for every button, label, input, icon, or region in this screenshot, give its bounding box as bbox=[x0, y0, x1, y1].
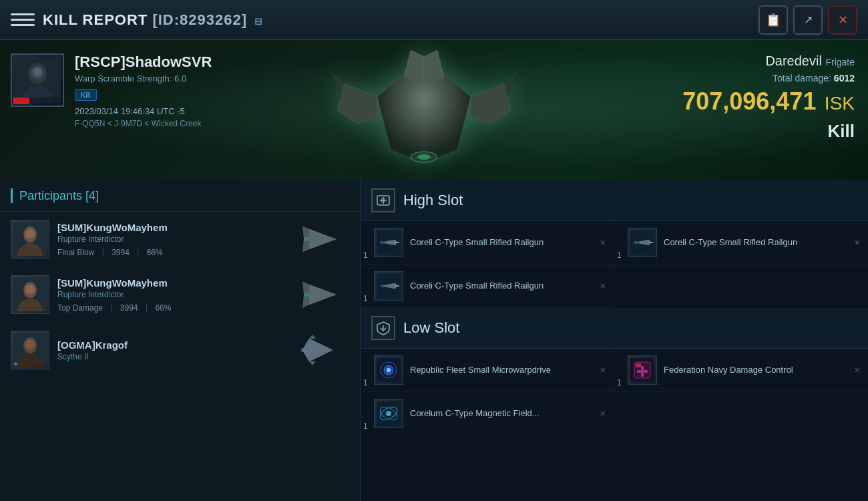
kill-badge: Kill bbox=[75, 89, 97, 101]
ship-thumbnail bbox=[296, 333, 349, 367]
avatar-image bbox=[14, 57, 61, 104]
item-qty: 1 bbox=[363, 294, 368, 303]
hero-right: Daredevil Frigate Total damage: 6012 707… bbox=[682, 53, 855, 142]
separator: | bbox=[137, 248, 139, 257]
item-remove-button[interactable]: × bbox=[600, 365, 606, 375]
item-name: Coreli C-Type Small Rifled Railgun bbox=[410, 237, 594, 248]
export-icon: ↗ bbox=[804, 13, 813, 26]
participant-stats: Final Blow | 3994 | 66% bbox=[57, 248, 288, 257]
slot-item: 1 Federation Navy Damage Control × bbox=[614, 349, 868, 392]
svg-rect-16 bbox=[304, 293, 309, 297]
item-remove-button[interactable]: × bbox=[855, 237, 860, 248]
participants-count: [4] bbox=[85, 189, 99, 202]
ship-class: Daredevil Frigate bbox=[682, 53, 855, 69]
close-icon: ✕ bbox=[838, 13, 848, 27]
item-icon bbox=[628, 228, 657, 257]
title-text: KILL REPORT bbox=[43, 11, 148, 28]
close-button[interactable]: ✕ bbox=[828, 5, 857, 35]
list-item: ★ [OGMA]Kragof Scythe II bbox=[0, 323, 360, 378]
avatar-badge bbox=[13, 98, 29, 104]
railgun-icon bbox=[377, 274, 401, 298]
ship-thumb-svg bbox=[296, 333, 349, 367]
ship-type: Frigate bbox=[825, 57, 855, 67]
item-qty: 1 bbox=[617, 251, 622, 260]
low-slot-icon bbox=[371, 316, 395, 340]
list-item: [SUM]KungWoMayhem Rupture Interdictor To… bbox=[0, 267, 360, 323]
low-slot-header: Low Slot bbox=[361, 308, 868, 349]
svg-rect-20 bbox=[301, 348, 305, 352]
header-actions: 📋 ↗ ✕ bbox=[758, 5, 857, 35]
timestamp: 2023/03/14 19:46:34 UTC -5 bbox=[75, 106, 256, 116]
high-slot-title: High Slot bbox=[403, 192, 463, 209]
copy-button[interactable]: 📋 bbox=[758, 5, 788, 35]
slot-item: 1 Corelum C-Type Magnetic Field... × bbox=[361, 392, 614, 436]
right-panel: High Slot 1 Coreli C-Type Small Rifled R bbox=[361, 180, 868, 501]
ship-thumbnail bbox=[296, 278, 349, 311]
slot-item: 1 Coreli C-Type Small Rifled Railgun × bbox=[361, 221, 614, 265]
participant-name: [SUM]KungWoMayhem bbox=[57, 222, 288, 233]
daredevil-ship-svg bbox=[324, 43, 524, 177]
item-remove-button[interactable]: × bbox=[600, 281, 606, 291]
player-name: [RSCP]ShadowSVR bbox=[75, 53, 256, 71]
high-slot-header: High Slot bbox=[361, 180, 868, 221]
svg-point-6 bbox=[417, 154, 431, 160]
avatar bbox=[11, 220, 49, 259]
item-qty: 1 bbox=[363, 251, 368, 260]
participants-title: Participants [4] bbox=[19, 189, 99, 203]
svg-rect-39 bbox=[636, 363, 641, 367]
railgun-icon bbox=[630, 230, 654, 255]
svg-point-19 bbox=[25, 340, 35, 349]
pct-value: 66% bbox=[155, 303, 171, 313]
participant-avatar-image bbox=[13, 222, 47, 256]
total-damage-row: Total damage: 6012 bbox=[682, 73, 855, 84]
left-panel: Participants [4] [SUM]KungWoMayhem Ruptu… bbox=[0, 180, 361, 501]
page-title: KILL REPORT [ID:8293262] ⊟ bbox=[43, 11, 758, 29]
hero-left: [RSCP]ShadowSVR Warp Scramble Strength: … bbox=[0, 40, 267, 180]
magnetic-field-icon bbox=[377, 401, 401, 426]
damage-control-icon bbox=[630, 358, 654, 382]
item-qty: 1 bbox=[363, 422, 368, 431]
item-icon bbox=[374, 271, 403, 301]
svg-point-11 bbox=[25, 229, 35, 238]
location: F-QQ5N < J-9M7D < Wicked Creek bbox=[75, 119, 256, 128]
damage-value: 3994 bbox=[112, 248, 130, 257]
main-content: Participants [4] [SUM]KungWoMayhem Ruptu… bbox=[0, 180, 868, 501]
kill-id: [ID:8293262] bbox=[152, 11, 247, 28]
item-remove-button[interactable]: × bbox=[600, 237, 606, 248]
isk-value: 707,096,471 bbox=[682, 88, 816, 115]
participant-avatar-image bbox=[13, 278, 47, 311]
participants-header: Participants [4] bbox=[0, 180, 360, 212]
item-remove-button[interactable]: × bbox=[855, 365, 860, 375]
participant-ship: Scythe II bbox=[57, 352, 288, 361]
player-info: [RSCP]ShadowSVR Warp Scramble Strength: … bbox=[75, 53, 256, 128]
high-slot-items: 1 Coreli C-Type Small Rifled Railgun × bbox=[361, 221, 868, 308]
item-qty: 1 bbox=[617, 378, 622, 387]
mwd-icon bbox=[377, 358, 401, 382]
svg-point-36 bbox=[387, 368, 391, 372]
participant-ship: Rupture Interdictor bbox=[57, 290, 288, 299]
item-name: Coreli C-Type Small Rifled Railgun bbox=[410, 281, 594, 292]
avatar bbox=[11, 53, 64, 107]
svg-rect-24 bbox=[381, 241, 383, 244]
item-name: Federation Navy Damage Control bbox=[664, 365, 848, 376]
low-slot-items: 1 Republic Fleet Small Microwarpdrive × bbox=[361, 349, 868, 436]
svg-rect-27 bbox=[634, 241, 637, 244]
separator: | bbox=[146, 303, 148, 313]
item-icon bbox=[374, 228, 403, 257]
participant-info: [SUM]KungWoMayhem Rupture Interdictor Fi… bbox=[57, 222, 288, 257]
clipboard-icon: 📋 bbox=[766, 13, 781, 27]
participant-info: [OGMA]Kragof Scythe II bbox=[57, 339, 288, 361]
participant-ship: Rupture Interdictor bbox=[57, 234, 288, 244]
ship-thumbnail bbox=[296, 222, 349, 256]
ship-name: Daredevil bbox=[765, 53, 821, 68]
export-button[interactable]: ↗ bbox=[793, 5, 823, 35]
slot-item: 1 Coreli C-Type Small Rifled Railgun × bbox=[361, 265, 614, 308]
item-remove-button[interactable]: × bbox=[600, 408, 606, 419]
avatar: ★ bbox=[11, 331, 49, 369]
participant-stats: Top Damage | 3994 | 66% bbox=[57, 303, 288, 313]
menu-icon[interactable] bbox=[11, 8, 35, 32]
participant-info: [SUM]KungWoMayhem Rupture Interdictor To… bbox=[57, 277, 288, 313]
slot-item: 1 Coreli C-Type Small Rifled Railgun × bbox=[614, 221, 868, 265]
separator: | bbox=[110, 303, 112, 313]
item-qty: 1 bbox=[363, 378, 368, 387]
